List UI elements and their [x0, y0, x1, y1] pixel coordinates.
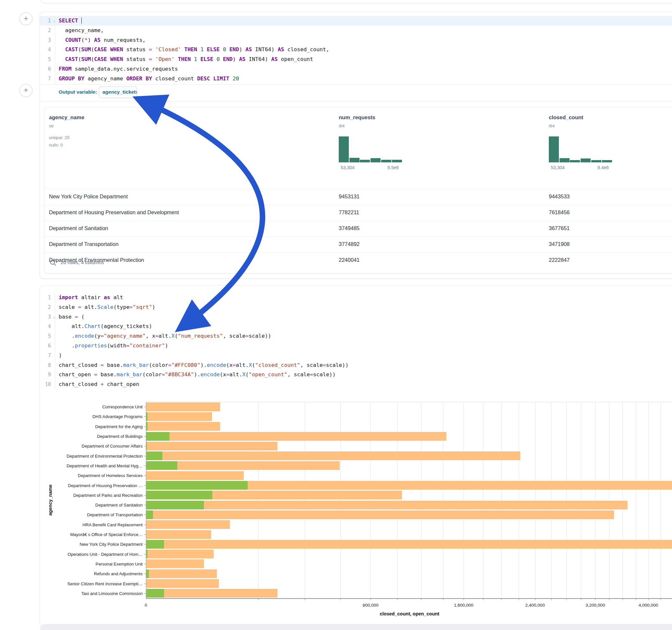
table-body: New York City Police Department945313194…	[44, 189, 672, 252]
column-type: str	[49, 123, 54, 128]
histogram-bar	[360, 160, 370, 162]
line-number: 1	[40, 293, 51, 302]
code-line[interactable]: 3⌄base = (	[40, 312, 672, 322]
code-text: agency_name,	[59, 26, 104, 35]
search-icon[interactable]	[50, 259, 57, 266]
line-number: 5	[40, 54, 51, 64]
next-cell-edge	[41, 624, 672, 630]
code-text: alt.Chart(agency_tickets)	[59, 321, 152, 331]
output-variable-value: agency_tickets	[102, 89, 137, 95]
column-header[interactable]: closed_count	[549, 114, 583, 121]
histogram-bar	[370, 158, 381, 162]
table-cell[interactable]: 3677651	[549, 225, 570, 232]
column-meta: unique: 20	[49, 135, 69, 140]
line-number: 9	[40, 370, 51, 380]
histogram-max-label: 9.4e6	[597, 165, 609, 170]
text-cursor	[81, 18, 82, 24]
table-cell[interactable]: 7782211	[339, 209, 359, 216]
line-number: 7	[40, 350, 51, 360]
code-text: SELECT	[59, 16, 82, 26]
histogram-min-label: 53,304	[341, 165, 355, 170]
column-histogram	[339, 136, 402, 162]
notebook-page: + + 1⌄SELECT 2 agency_name,3 COUNT(*) AS…	[0, 0, 672, 630]
cell-divider	[40, 101, 672, 101]
code-line[interactable]: 7)	[40, 350, 672, 360]
table-cell[interactable]: 3774892	[339, 241, 360, 247]
code-line[interactable]: 4 alt.Chart(agency_tickets)	[40, 321, 672, 331]
code-line[interactable]: 2 agency_name,	[40, 26, 672, 35]
table-cell[interactable]: 3471908	[549, 241, 570, 247]
line-number: 7	[40, 74, 51, 83]
histogram-min-label: 53,304	[551, 165, 565, 170]
table-cell[interactable]: 9443533	[549, 193, 570, 200]
code-text: chart_open = base.mark_bar(color="#8BC34…	[59, 370, 336, 380]
histogram-bar	[559, 158, 570, 162]
code-text: CAST(SUM(CASE WHEN status = 'Open' THEN …	[59, 54, 313, 64]
code-text: chart_closed + chart_open	[59, 380, 139, 389]
table-header-row: agency_namestrunique: 20nulls: 0num_requ…	[44, 107, 672, 189]
code-text: COUNT(*) AS num_requests,	[59, 35, 146, 45]
sql-code-editor[interactable]: 1⌄SELECT 2 agency_name,3 COUNT(*) AS num…	[40, 16, 672, 94]
code-text: FROM sample_data.nyc.service_requests	[59, 64, 178, 74]
code-line[interactable]: 8chart_closed = base.mark_bar(color="#FF…	[40, 360, 672, 370]
table-cell[interactable]: Department of Transportation	[49, 241, 119, 247]
table-cell[interactable]: 3749485	[339, 225, 360, 232]
line-number: 10	[40, 380, 51, 389]
code-line[interactable]: 1import altair as alt	[40, 293, 672, 302]
code-line[interactable]: 10chart_closed + chart_open	[40, 380, 672, 389]
histogram-max-label: 9.5e6	[387, 165, 399, 170]
line-number: 2	[40, 302, 51, 312]
column-type: i64	[549, 123, 555, 128]
line-number: 4	[40, 321, 51, 331]
code-text: import altair as alt	[59, 293, 123, 302]
code-line[interactable]: 1⌄SELECT	[40, 16, 672, 26]
code-line[interactable]: 6 .properties(width="container")	[40, 341, 672, 350]
code-text: base = (	[59, 312, 84, 322]
line-number: 3	[40, 312, 51, 322]
line-number: 4	[40, 45, 51, 54]
histogram-bar	[339, 137, 349, 162]
table-cell[interactable]: New York City Police Department	[49, 193, 128, 200]
code-line[interactable]: 9chart_open = base.mark_bar(color="#8BC3…	[40, 370, 672, 380]
code-text: .properties(width="container")	[59, 341, 168, 350]
code-text: )	[59, 350, 62, 360]
column-header[interactable]: agency_name	[49, 114, 84, 121]
line-number: 5	[40, 331, 51, 341]
code-text: .encode(y="agency_name", x=alt.X("num_re…	[59, 331, 271, 341]
table-footer: 20 rows, 4 columns	[44, 252, 672, 273]
table-cell[interactable]: 7618456	[549, 209, 570, 216]
code-line[interactable]: 6FROM sample_data.nyc.service_requests	[40, 64, 672, 74]
histogram-bar	[549, 137, 559, 162]
output-variable-chip[interactable]: agency_tickets	[99, 87, 137, 98]
code-line[interactable]: 4 CAST(SUM(CASE WHEN status = 'Closed' T…	[40, 45, 672, 54]
column-header[interactable]: num_requests	[339, 114, 376, 121]
column-type: i64	[339, 123, 344, 128]
histogram-bar	[381, 160, 391, 162]
histogram-bar	[392, 160, 402, 162]
python-code-editor[interactable]: 1import altair as alt2scale = alt.Scale(…	[40, 293, 672, 392]
previous-cell-edge	[41, 0, 672, 3]
code-text: GROUP BY agency_name ORDER BY closed_cou…	[59, 74, 239, 83]
code-line[interactable]: 5 CAST(SUM(CASE WHEN status = 'Open' THE…	[40, 54, 672, 64]
table-cell[interactable]: 9453131	[339, 193, 360, 200]
table-cell[interactable]: Department of Housing Preservation and D…	[49, 209, 179, 216]
code-line[interactable]: 7GROUP BY agency_name ORDER BY closed_co…	[40, 74, 672, 83]
row-divider	[44, 237, 672, 237]
gutter-divider	[55, 292, 55, 389]
code-text: CAST(SUM(CASE WHEN status = 'Closed' THE…	[59, 45, 329, 54]
row-divider	[44, 189, 672, 189]
add-cell-button[interactable]: +	[20, 12, 32, 25]
column-histogram	[549, 136, 613, 162]
histogram-bar	[570, 160, 580, 162]
histogram-bar	[350, 158, 360, 162]
line-number: 6	[40, 341, 51, 350]
line-number: 3	[40, 35, 51, 45]
output-variable-label: Output variable:	[59, 89, 97, 95]
code-line[interactable]: 2scale = alt.Scale(type="sqrt")	[40, 302, 672, 312]
code-line[interactable]: 3 COUNT(*) AS num_requests,	[40, 35, 672, 45]
histogram-bar	[602, 160, 612, 162]
histogram-bar	[581, 159, 591, 162]
code-line[interactable]: 5 .encode(y="agency_name", x=alt.X("num_…	[40, 331, 672, 341]
add-cell-button[interactable]: +	[20, 84, 32, 97]
table-cell[interactable]: Department of Sanitation	[49, 225, 108, 232]
